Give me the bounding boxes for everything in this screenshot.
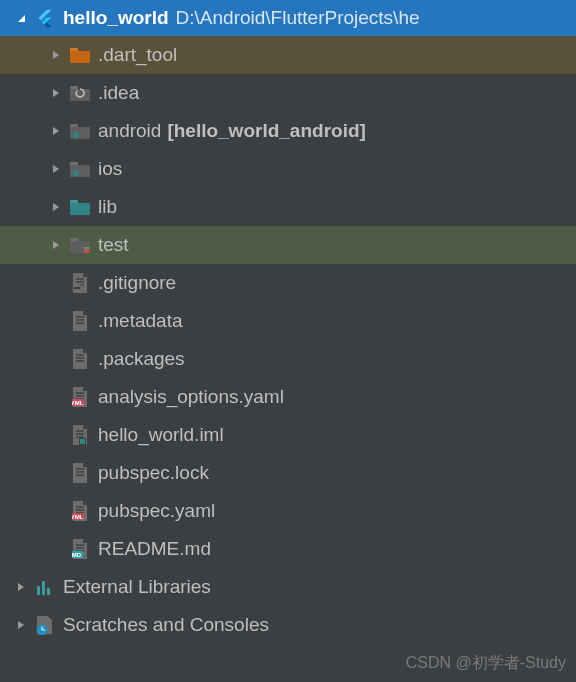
tree-item-label: android [98, 120, 161, 142]
tree-item-lib[interactable]: lib [0, 188, 576, 226]
file-yaml-icon: YML [69, 500, 91, 522]
svg-rect-59 [42, 581, 45, 595]
tree-item-android[interactable]: android [hello_world_android] [0, 112, 576, 150]
svg-marker-52 [83, 539, 87, 543]
folder-module-icon [69, 158, 91, 180]
folder-module-icon [69, 120, 91, 142]
tree-item-external-libraries[interactable]: External Libraries [0, 568, 576, 606]
project-root-row[interactable]: hello_world D:\Android\FlutterProjects\h… [0, 0, 576, 36]
tree-item-ios[interactable]: ios [0, 150, 576, 188]
file-gitignore-icon [69, 272, 91, 294]
tree-item-scratches-and-consoles[interactable]: Scratches and Consoles [0, 606, 576, 644]
tree-item-label: .packages [98, 348, 185, 370]
tree-item-label: External Libraries [63, 576, 211, 598]
chevron-right-icon [49, 162, 63, 176]
tree-item-label: .metadata [98, 310, 183, 332]
svg-rect-41 [80, 439, 85, 444]
svg-marker-36 [83, 425, 87, 429]
chevron-right-icon [49, 200, 63, 214]
file-plain-icon [69, 462, 91, 484]
watermark-text: CSDN @初学者-Study [406, 653, 566, 674]
chevron-right-icon [49, 238, 63, 252]
tree-item--gitignore[interactable]: .gitignore [0, 264, 576, 302]
folder-test-icon [69, 234, 91, 256]
tree-item-readme-md[interactable]: MD README.md [0, 530, 576, 568]
tree-item-label: lib [98, 196, 117, 218]
module-suffix: [hello_world_android] [167, 120, 365, 142]
project-root-path: D:\Android\FlutterProjects\he [176, 7, 420, 29]
chevron-right-icon [14, 580, 28, 594]
chevron-right-icon [49, 86, 63, 100]
svg-rect-5 [70, 127, 90, 139]
file-md-icon: MD [69, 538, 91, 560]
svg-text:MD: MD [72, 552, 82, 558]
tree-item-pubspec-lock[interactable]: pubspec.lock [0, 454, 576, 492]
tree-item-pubspec-yaml[interactable]: YML pubspec.yaml [0, 492, 576, 530]
chevron-right-icon [49, 124, 63, 138]
svg-rect-8 [70, 165, 90, 177]
tree-item-label: pubspec.lock [98, 462, 209, 484]
project-root-name: hello_world [63, 7, 169, 29]
svg-marker-26 [83, 349, 87, 353]
svg-text:YML: YML [72, 400, 84, 406]
tree-item-label: ios [98, 158, 122, 180]
svg-point-6 [73, 132, 79, 138]
svg-text:YML: YML [72, 514, 84, 520]
tree-item-label: README.md [98, 538, 211, 560]
chevron-right-icon [49, 48, 63, 62]
file-plain-icon [69, 310, 91, 332]
tree-item-label: .idea [98, 82, 139, 104]
tree-item-label: hello_world.iml [98, 424, 224, 446]
svg-marker-30 [83, 387, 87, 391]
flutter-icon [34, 7, 56, 29]
tree-item-hello-world-iml[interactable]: hello_world.iml [0, 416, 576, 454]
tree-item-label: Scratches and Consoles [63, 614, 269, 636]
tree-item-analysis-options-yaml[interactable]: YML analysis_options.yaml [0, 378, 576, 416]
svg-rect-11 [70, 203, 90, 215]
tree-item-label: .dart_tool [98, 44, 177, 66]
folder-orange-icon [69, 44, 91, 66]
svg-rect-3 [70, 89, 90, 101]
svg-marker-16 [83, 273, 87, 277]
tree-item--idea[interactable]: .idea [0, 74, 576, 112]
svg-marker-42 [83, 463, 87, 467]
tree-item-label: pubspec.yaml [98, 500, 215, 522]
svg-marker-22 [83, 311, 87, 315]
folder-teal-icon [69, 196, 91, 218]
ext-libs-icon [34, 576, 56, 598]
tree-item-label: analysis_options.yaml [98, 386, 284, 408]
svg-rect-21 [74, 287, 81, 289]
folder-spin-icon [69, 82, 91, 104]
svg-rect-58 [37, 586, 40, 595]
tree-item-label: test [98, 234, 129, 256]
svg-point-9 [73, 170, 79, 176]
tree-item--metadata[interactable]: .metadata [0, 302, 576, 340]
tree-item--packages[interactable]: .packages [0, 340, 576, 378]
svg-rect-1 [70, 51, 90, 63]
chevron-right-icon [14, 618, 28, 632]
file-iml-icon [69, 424, 91, 446]
svg-marker-46 [83, 501, 87, 505]
file-yaml-icon: YML [69, 386, 91, 408]
tree-item--dart-tool[interactable]: .dart_tool [0, 36, 576, 74]
scratches-icon [34, 614, 56, 636]
tree-item-test[interactable]: test [0, 226, 576, 264]
file-plain-icon [69, 348, 91, 370]
tree-item-label: .gitignore [98, 272, 176, 294]
svg-rect-60 [47, 588, 50, 595]
chevron-down-icon [14, 11, 28, 25]
